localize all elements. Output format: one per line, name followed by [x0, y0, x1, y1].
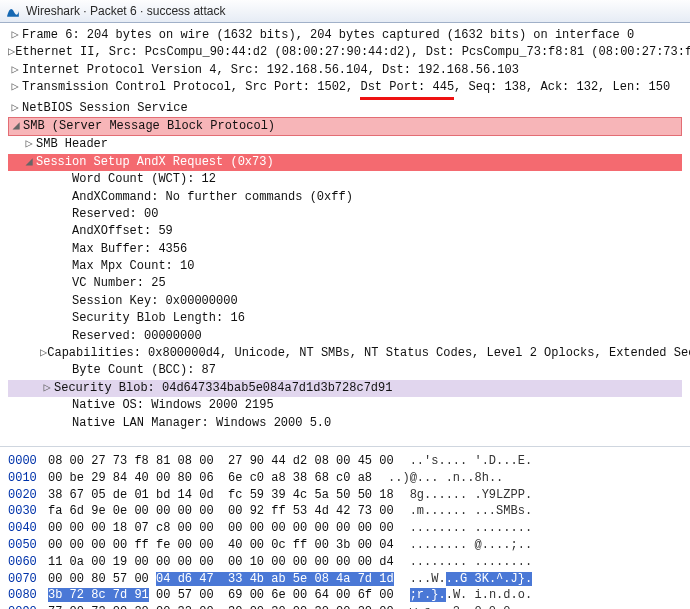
hex-row[interactable]: 007000 00 80 57 00 04 d6 47 33 4b ab 5e …: [8, 571, 682, 588]
andx-cmd-text: AndXCommand: No further commands (0xff): [72, 189, 353, 206]
chevron-down-icon[interactable]: ◢: [22, 154, 36, 171]
hex-row[interactable]: 006011 0a 00 19 00 00 00 00 00 10 00 00 …: [8, 554, 682, 571]
hex-bytes: 77 00 73 00 20 00 32 00 30 00 30 00 30 0…: [48, 604, 394, 609]
packet-details-tree[interactable]: ▷Frame 6: 204 bytes on wire (1632 bits),…: [0, 23, 690, 442]
chevron-right-icon[interactable]: ▷: [40, 380, 54, 397]
hex-ascii: ...W...G 3K.^.J}.: [410, 571, 532, 588]
tcp-pre: Transmission Control Protocol, Src Port:…: [22, 80, 360, 94]
hex-bytes: 00 00 80 57 00 04 d6 47 33 4b ab 5e 08 4…: [48, 571, 394, 588]
bcc-text: Byte Count (BCC): 87: [72, 362, 216, 379]
wireshark-icon: [6, 4, 20, 18]
vc-number-text: VC Number: 25: [72, 275, 166, 292]
hex-ascii: .m...... ...SMBs.: [410, 503, 532, 520]
window-title: Wireshark · Packet 6 · success attack: [26, 4, 225, 18]
eth-text: Ethernet II, Src: PcsCompu_90:44:d2 (08:…: [15, 44, 690, 61]
reserved2-text: Reserved: 00000000: [72, 328, 202, 345]
hex-offset: 0080: [8, 587, 48, 604]
netbios-text: NetBIOS Session Service: [22, 100, 188, 117]
bcc-line[interactable]: ·Byte Count (BCC): 87: [8, 362, 682, 379]
netbios-line[interactable]: ▷NetBIOS Session Service: [8, 100, 682, 117]
reserved1-line[interactable]: ·Reserved: 00: [8, 206, 682, 223]
hex-ascii: ;r.}..W. i.n.d.o.: [410, 587, 532, 604]
native-lm-text: Native LAN Manager: Windows 2000 5.0: [72, 415, 331, 432]
hex-bytes: 00 00 00 00 ff fe 00 00 40 00 0c ff 00 3…: [48, 537, 394, 554]
session-setup-text: Session Setup AndX Request (0x73): [36, 154, 274, 171]
hex-bytes: 00 00 00 18 07 c8 00 00 00 00 00 00 00 0…: [48, 520, 394, 537]
chevron-right-icon[interactable]: ▷: [8, 27, 22, 44]
hex-offset: 0090: [8, 604, 48, 609]
reserved2-line[interactable]: ·Reserved: 00000000: [8, 328, 682, 345]
hex-offset: 0040: [8, 520, 48, 537]
hex-offset: 0070: [8, 571, 48, 588]
hex-ascii: ........ ........: [410, 520, 532, 537]
caps-text: Capabilities: 0x800000d4, Unicode, NT SM…: [47, 345, 690, 362]
chevron-right-icon[interactable]: ▷: [8, 100, 22, 117]
smb-text: SMB (Server Message Block Protocol): [23, 118, 275, 135]
hex-row[interactable]: 000008 00 27 73 f8 81 08 00 27 90 44 d2 …: [8, 453, 682, 470]
hex-row[interactable]: 009077 00 73 00 20 00 32 00 30 00 30 00 …: [8, 604, 682, 609]
word-count-text: Word Count (WCT): 12: [72, 171, 216, 188]
hex-ascii: ..)@... .n..8h..: [388, 470, 503, 487]
ip-text: Internet Protocol Version 4, Src: 192.16…: [22, 62, 519, 79]
native-lm-line[interactable]: ·Native LAN Manager: Windows 2000 5.0: [8, 415, 682, 432]
session-setup-line[interactable]: ◢Session Setup AndX Request (0x73): [8, 154, 682, 171]
reserved1-text: Reserved: 00: [72, 206, 158, 223]
andx-cmd-line[interactable]: ·AndXCommand: No further commands (0xff): [8, 189, 682, 206]
hex-ascii: ..'s.... '.D...E.: [410, 453, 532, 470]
session-key-line[interactable]: ·Session Key: 0x00000000: [8, 293, 682, 310]
hex-row[interactable]: 00803b 72 8c 7d 91 00 57 00 69 00 6e 00 …: [8, 587, 682, 604]
hex-offset: 0020: [8, 487, 48, 504]
chevron-right-icon[interactable]: ▷: [22, 136, 36, 153]
chevron-down-icon[interactable]: ◢: [9, 118, 23, 135]
chevron-right-icon[interactable]: ▷: [8, 62, 22, 79]
hex-offset: 0060: [8, 554, 48, 571]
andx-offset-line[interactable]: ·AndXOffset: 59: [8, 223, 682, 240]
max-mpx-line[interactable]: ·Max Mpx Count: 10: [8, 258, 682, 275]
hex-bytes: fa 6d 9e 0e 00 00 00 00 00 92 ff 53 4d 4…: [48, 503, 394, 520]
hex-row[interactable]: 005000 00 00 00 ff fe 00 00 40 00 0c ff …: [8, 537, 682, 554]
hex-row[interactable]: 001000 be 29 84 40 00 80 06 6e c0 a8 38 …: [8, 470, 682, 487]
caps-line[interactable]: ▷Capabilities: 0x800000d4, Unicode, NT S…: [8, 345, 682, 362]
blob-len-line[interactable]: ·Security Blob Length: 16: [8, 310, 682, 327]
native-os-text: Native OS: Windows 2000 2195: [72, 397, 274, 414]
hex-bytes: 11 0a 00 19 00 00 00 00 00 10 00 00 00 0…: [48, 554, 394, 571]
hex-dump-pane[interactable]: 000008 00 27 73 f8 81 08 00 27 90 44 d2 …: [0, 447, 690, 609]
blob-len-text: Security Blob Length: 16: [72, 310, 245, 327]
max-buffer-line[interactable]: ·Max Buffer: 4356: [8, 241, 682, 258]
session-key-text: Session Key: 0x00000000: [72, 293, 238, 310]
smb-header-line[interactable]: ▷SMB Header: [8, 136, 682, 153]
chevron-right-icon[interactable]: ▷: [8, 79, 22, 96]
sec-blob-line[interactable]: ▷Security Blob: 04d647334bab5e084a7d1d3b…: [8, 380, 682, 397]
frame-text: Frame 6: 204 bytes on wire (1632 bits), …: [22, 27, 634, 44]
max-mpx-text: Max Mpx Count: 10: [72, 258, 194, 275]
smb-line[interactable]: ◢SMB (Server Message Block Protocol): [8, 117, 682, 136]
ip-line[interactable]: ▷Internet Protocol Version 4, Src: 192.1…: [8, 62, 682, 79]
smb-header-text: SMB Header: [36, 136, 108, 153]
hex-ascii: ........ @....;..: [410, 537, 532, 554]
hex-offset: 0030: [8, 503, 48, 520]
hex-offset: 0010: [8, 470, 48, 487]
hex-row[interactable]: 004000 00 00 18 07 c8 00 00 00 00 00 00 …: [8, 520, 682, 537]
max-buffer-text: Max Buffer: 4356: [72, 241, 187, 258]
hex-offset: 0050: [8, 537, 48, 554]
native-os-line[interactable]: ·Native OS: Windows 2000 2195: [8, 397, 682, 414]
tcp-line[interactable]: ▷Transmission Control Protocol, Src Port…: [8, 79, 682, 99]
vc-number-line[interactable]: ·VC Number: 25: [8, 275, 682, 292]
chevron-right-icon[interactable]: ▷: [40, 345, 47, 362]
tcp-text: Transmission Control Protocol, Src Port:…: [22, 79, 670, 99]
ethernet-line[interactable]: ▷Ethernet II, Src: PcsCompu_90:44:d2 (08…: [8, 44, 682, 61]
hex-offset: 0000: [8, 453, 48, 470]
word-count-line[interactable]: ·Word Count (WCT): 12: [8, 171, 682, 188]
hex-bytes: 08 00 27 73 f8 81 08 00 27 90 44 d2 08 0…: [48, 453, 394, 470]
chevron-right-icon[interactable]: ▷: [8, 44, 15, 61]
hex-bytes: 00 be 29 84 40 00 80 06 6e c0 a8 38 68 c…: [48, 470, 372, 487]
hex-row[interactable]: 0030fa 6d 9e 0e 00 00 00 00 00 92 ff 53 …: [8, 503, 682, 520]
sec-blob-text: Security Blob: 04d647334bab5e084a7d1d3b7…: [54, 380, 392, 397]
hex-ascii: ........ ........: [410, 554, 532, 571]
tcp-dstport-highlight: Dst Port: 445: [360, 79, 454, 99]
hex-bytes: 38 67 05 de 01 bd 14 0d fc 59 39 4c 5a 5…: [48, 487, 394, 504]
window-titlebar: Wireshark · Packet 6 · success attack: [0, 0, 690, 23]
frame-line[interactable]: ▷Frame 6: 204 bytes on wire (1632 bits),…: [8, 27, 682, 44]
tcp-post: , Seq: 138, Ack: 132, Len: 150: [454, 80, 670, 94]
hex-row[interactable]: 002038 67 05 de 01 bd 14 0d fc 59 39 4c …: [8, 487, 682, 504]
